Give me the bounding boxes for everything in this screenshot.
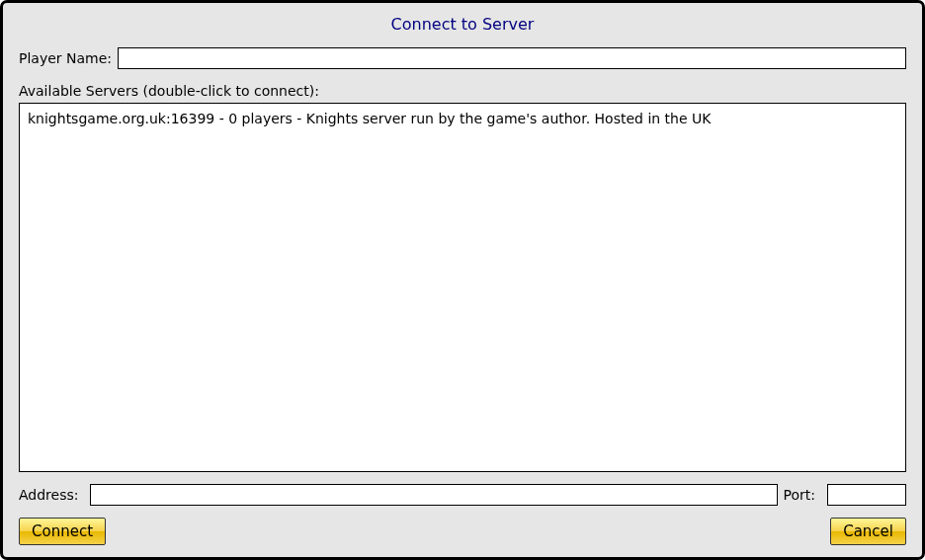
player-name-label: Player Name: xyxy=(19,50,112,66)
connect-to-server-dialog: Connect to Server Player Name: Available… xyxy=(0,0,925,560)
server-list[interactable]: knightsgame.org.uk:16399 - 0 players - K… xyxy=(19,103,906,472)
player-name-row: Player Name: xyxy=(19,47,906,69)
port-label: Port: xyxy=(784,487,815,503)
address-input[interactable] xyxy=(90,484,777,506)
dialog-title: Connect to Server xyxy=(19,15,906,34)
server-item[interactable]: knightsgame.org.uk:16399 - 0 players - K… xyxy=(28,110,897,127)
address-label: Address: xyxy=(19,487,78,503)
button-row: Connect Cancel xyxy=(19,518,906,545)
player-name-input[interactable] xyxy=(118,47,906,69)
connect-button[interactable]: Connect xyxy=(19,518,106,545)
port-input[interactable] xyxy=(827,484,906,506)
cancel-button[interactable]: Cancel xyxy=(830,518,906,545)
address-row: Address: Port: xyxy=(19,484,906,506)
available-servers-label: Available Servers (double-click to conne… xyxy=(19,83,906,99)
